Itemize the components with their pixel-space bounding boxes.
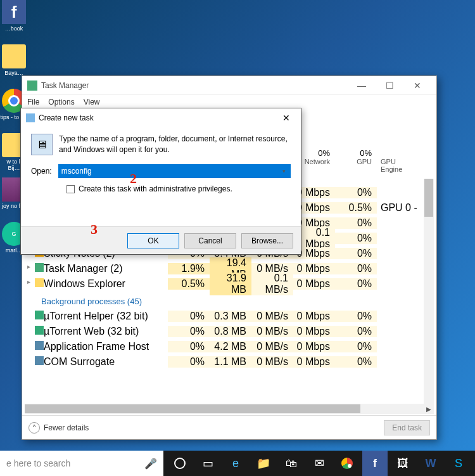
search-box[interactable]: e here to search 🎤 <box>0 451 163 476</box>
utorrent-icon <box>35 326 44 335</box>
run-dialog-icon: 🖥 <box>31 134 53 155</box>
dialog-buttons: OK Cancel Browse... <box>21 226 301 254</box>
end-task-button[interactable]: End task <box>384 420 430 435</box>
edge-icon[interactable]: e <box>223 451 248 476</box>
window-title: Task Manager <box>41 81 348 90</box>
maximize-button[interactable]: ☐ <box>376 76 403 95</box>
taskmgr-icon <box>27 80 37 91</box>
scroll-right-arrow[interactable]: ▶ <box>424 404 434 414</box>
dialog-prompt: Type the name of a program, folder, docu… <box>59 134 291 155</box>
annotation-3: 3 <box>91 221 98 238</box>
app-icon <box>35 356 44 365</box>
table-row[interactable]: µTorrent Helper (32 bit)0%0.3 MB0 MB/s0 … <box>25 309 422 324</box>
minimize-button[interactable]: — <box>348 76 376 95</box>
col-gpu[interactable]: 0%GPU <box>335 148 377 173</box>
store-icon[interactable]: 🛍 <box>279 451 304 476</box>
scrollbar-thumb[interactable] <box>424 179 433 217</box>
admin-checkbox[interactable] <box>66 185 75 193</box>
chevron-up-icon: ^ <box>28 422 40 434</box>
dialog-titlebar[interactable]: Create new task ✕ <box>21 108 301 127</box>
explorer-icon[interactable]: 📁 <box>251 451 276 476</box>
expand-icon[interactable]: ▸ <box>27 278 30 285</box>
ok-button[interactable]: OK <box>127 233 179 248</box>
horizontal-scrollbar[interactable]: ▶ <box>25 404 424 414</box>
skype-icon[interactable]: S <box>446 451 471 476</box>
app-icon <box>35 341 44 350</box>
scrollbar-thumb[interactable] <box>25 404 360 413</box>
dialog-title: Create new task <box>39 113 277 122</box>
table-row[interactable]: ▸Windows Explorer0.5%31.9 MB0.1 MB/s0 Mb… <box>25 276 422 292</box>
footer: ^ Fewer details End task <box>22 415 436 439</box>
mic-icon[interactable]: 🎤 <box>144 458 157 470</box>
open-label: Open: <box>31 167 52 176</box>
run-icon <box>26 113 35 122</box>
utorrent-icon <box>35 311 44 319</box>
open-combobox[interactable]: ▾ <box>58 164 291 178</box>
explorer-icon <box>35 278 44 287</box>
expand-icon[interactable]: ▸ <box>27 263 30 270</box>
photos-icon[interactable]: 🖼 <box>390 451 415 476</box>
dropdown-icon[interactable]: ▾ <box>278 165 289 177</box>
search-placeholder: e here to search <box>6 458 70 468</box>
cancel-button[interactable]: Cancel <box>184 233 236 248</box>
table-row[interactable]: µTorrent Web (32 bit)0%0.8 MB0 MB/s0 Mbp… <box>25 324 422 339</box>
col-gpu-engine[interactable]: GPU Engine <box>377 148 422 173</box>
browse-button[interactable]: Browse... <box>241 233 293 248</box>
mail-icon[interactable]: ✉ <box>307 451 332 476</box>
annotation-2: 2 <box>130 170 137 187</box>
create-task-dialog: Create new task ✕ 🖥 Type the name of a p… <box>20 108 301 255</box>
open-input[interactable] <box>58 164 291 178</box>
close-button[interactable]: ✕ <box>403 76 431 95</box>
vertical-scrollbar[interactable] <box>424 179 434 411</box>
menu-options[interactable]: Options <box>48 98 74 106</box>
table-row[interactable]: COM Surrogate0%1.1 MB0 MB/s0 Mbps0% <box>25 354 422 370</box>
titlebar[interactable]: Task Manager — ☐ ✕ <box>22 76 436 95</box>
taskview-icon[interactable]: ▭ <box>195 451 220 476</box>
cortana-icon[interactable] <box>167 451 193 476</box>
admin-label: Create this task with administrative pri… <box>79 184 232 193</box>
chrome-icon[interactable] <box>334 451 360 476</box>
desktop-icon-facebook[interactable]: f…book <box>0 0 28 41</box>
table-row[interactable]: Application Frame Host0%4.2 MB0 MB/s0 Mb… <box>25 339 422 354</box>
word-icon[interactable]: W <box>418 451 443 476</box>
close-button[interactable]: ✕ <box>277 113 296 123</box>
facebook-icon[interactable]: f <box>362 451 388 476</box>
menu-view[interactable]: View <box>84 98 100 106</box>
fewer-details-button[interactable]: ^ Fewer details <box>28 422 89 434</box>
menubar: File Options View <box>22 95 436 109</box>
menu-file[interactable]: File <box>27 98 39 106</box>
taskbar: e here to search 🎤 ▭ e 📁 🛍 ✉ f 🖼 W S <box>0 451 475 476</box>
taskmgr-icon <box>35 263 44 272</box>
